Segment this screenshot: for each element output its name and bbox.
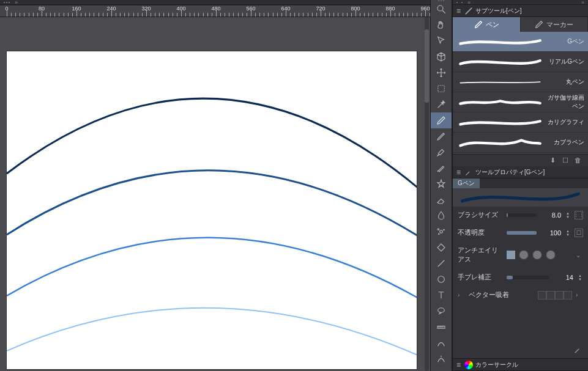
brush-name: リアルGペン — [543, 57, 584, 66]
diamond-icon[interactable] — [431, 240, 452, 255]
antialias-row: アンチエイリアス ⌄ — [458, 246, 583, 264]
ruler-icon[interactable] — [431, 319, 452, 335]
text-icon[interactable] — [431, 287, 452, 303]
property-tab[interactable]: Gペン — [453, 178, 588, 188]
brush-name: 丸ペン — [543, 78, 584, 86]
svg-point-5 — [444, 229, 445, 230]
line-icon[interactable] — [431, 255, 452, 271]
svg-point-8 — [438, 276, 445, 283]
brush-name: カリグラフィ — [543, 118, 584, 127]
brush-size-stepper[interactable]: ▲▼ — [565, 211, 571, 219]
pen-icon[interactable] — [431, 112, 452, 128]
magnify-icon[interactable] — [431, 1, 452, 17]
wrench-icon — [464, 168, 473, 177]
brush-size-row: ブラシサイズ 8.0 ▲▼ ⋮⋮ — [458, 210, 583, 219]
color-circle-icon — [464, 361, 473, 369]
property-panel-title: ツールプロパティ[Gペン] — [475, 168, 545, 177]
trash-icon[interactable]: 🗑 — [575, 156, 583, 165]
brush-preview — [453, 188, 588, 207]
svg-point-6 — [439, 233, 440, 235]
brush-name: Gペン — [543, 37, 584, 46]
circle-icon[interactable] — [431, 271, 452, 287]
droplet-icon[interactable] — [431, 208, 452, 224]
subtool-panel-header: ≡ サブツール[ペン] — [453, 5, 588, 17]
brush-stroke-preview — [458, 96, 543, 108]
move-arrows-icon[interactable] — [431, 65, 452, 81]
brush-stroke-preview — [458, 116, 543, 128]
eyedropper-icon[interactable] — [431, 367, 452, 371]
line-edit-icon[interactable] — [431, 335, 452, 351]
stabilize-row: 手ブレ補正 14 ▲▼ — [458, 273, 583, 282]
subtool-tab-0[interactable]: ペン — [453, 17, 521, 32]
brush-stroke-preview — [458, 35, 543, 48]
opacity-slider[interactable] — [507, 231, 537, 235]
brush-list: GペンリアルGペン丸ペンガサ伽サ線画ペンカリグラフィカブラペン効果線用 — [453, 32, 588, 154]
brush-item[interactable]: カリグラフィ — [453, 112, 588, 133]
antialias-mid[interactable] — [532, 250, 542, 260]
balloon-icon[interactable] — [431, 303, 452, 319]
brush-item[interactable]: Gペン — [453, 32, 588, 52]
brush-stroke-preview — [458, 56, 543, 68]
brush-icon[interactable] — [431, 144, 452, 160]
subtool-tab-1[interactable]: マーカー — [521, 17, 589, 32]
antialias-weak[interactable] — [519, 250, 529, 260]
download-icon[interactable]: ⬇ — [550, 156, 559, 165]
eraser-icon[interactable] — [431, 192, 452, 208]
splash-icon[interactable] — [431, 224, 452, 240]
property-settings-button[interactable] — [453, 341, 588, 358]
airbrush-icon[interactable] — [431, 160, 452, 176]
antialias-expand[interactable]: ⌄ — [576, 252, 583, 259]
brush-name: カブラペン — [543, 138, 584, 147]
antialias-strong[interactable] — [546, 250, 556, 260]
brush-item[interactable]: ガサ伽サ線画ペン — [453, 92, 588, 112]
vector-snap-row: › ベクター吸着 › — [458, 290, 583, 299]
fix-line-icon[interactable] — [431, 351, 452, 367]
pen-icon — [464, 7, 473, 15]
panel-collapse-bar[interactable]: » » — [453, 0, 588, 5]
color-panel-header: ≡ カラーサークル — [453, 359, 588, 371]
wand-icon[interactable] — [431, 97, 452, 112]
panel-menu-icon[interactable]: ≡ — [455, 168, 462, 177]
brush-item[interactable]: カブラペン — [453, 133, 588, 153]
pencil-icon[interactable] — [431, 128, 452, 144]
vector-more[interactable]: › — [576, 292, 583, 298]
canvas[interactable] — [7, 51, 417, 369]
svg-line-1 — [442, 10, 445, 13]
canvas-viewport[interactable] — [0, 17, 430, 371]
horizontal-ruler: 080160240320400480560640720800880960 — [0, 5, 430, 17]
panel-menu-icon[interactable]: ≡ — [455, 7, 462, 15]
pressure-toggle[interactable]: ⋮⋮ — [575, 211, 583, 219]
brush-item[interactable]: 丸ペン — [453, 72, 588, 92]
brush-stroke-preview — [458, 136, 543, 149]
svg-point-0 — [437, 6, 443, 11]
stabilize-stepper[interactable]: ▲▼ — [577, 274, 583, 281]
top-handle: » — [0, 0, 430, 5]
new-icon[interactable]: ☐ — [562, 156, 571, 165]
svg-rect-2 — [438, 86, 445, 92]
opacity-pressure-toggle[interactable]: ☐ — [575, 229, 583, 237]
stabilize-slider[interactable] — [507, 276, 549, 279]
svg-point-3 — [440, 230, 443, 233]
antialias-none[interactable] — [507, 251, 515, 259]
brush-item[interactable]: リアルGペン — [453, 52, 588, 72]
right-panels: » » ≡ サブツール[ペン] ペンマーカー GペンリアルGペン丸ペンガサ伽サ線… — [452, 0, 588, 371]
subtool-panel-title: サブツール[ペン] — [475, 7, 522, 15]
opacity-row: 不透明度 100 ▲▼ ☐ — [458, 228, 583, 237]
opacity-stepper[interactable]: ▲▼ — [565, 229, 571, 237]
brush-size-slider[interactable] — [507, 213, 537, 217]
svg-point-9 — [438, 308, 445, 313]
vertical-scrollbar[interactable] — [425, 17, 429, 371]
hand-icon[interactable] — [431, 17, 452, 33]
brush-item[interactable]: 効果線用 — [453, 153, 588, 154]
cube-icon[interactable] — [431, 49, 452, 65]
brush-name: ガサ伽サ線画ペン — [543, 94, 584, 111]
cursor-icon[interactable] — [431, 33, 452, 49]
vector-snap-options[interactable] — [538, 291, 572, 299]
property-panel-header: ≡ ツールプロパティ[Gペン] — [453, 166, 588, 178]
star-icon[interactable] — [431, 176, 452, 192]
vector-expand[interactable]: › — [458, 292, 465, 298]
marquee-icon[interactable] — [431, 81, 452, 97]
canvas-pane: » 080160240320400480560640720800880960 — [0, 0, 430, 371]
svg-line-7 — [438, 260, 445, 267]
panel-menu-icon[interactable]: ≡ — [455, 361, 462, 369]
